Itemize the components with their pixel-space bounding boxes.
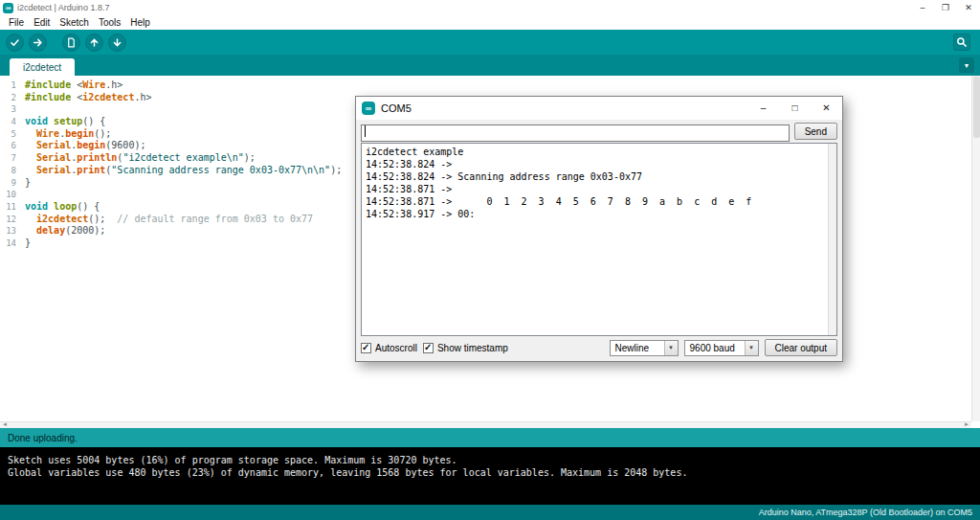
code-line: #include <Wire.h> xyxy=(25,79,980,92)
serial-monitor-window-controls: – □ ✕ xyxy=(747,97,842,120)
line-number: 3 xyxy=(0,103,21,116)
footer-bar: Arduino Nano, ATmega328P (Old Bootloader… xyxy=(0,505,980,520)
serial-monitor-window: ∞ COM5 – □ ✕ Send i2cdetect example 14:5… xyxy=(355,96,843,362)
line-number: 13 xyxy=(0,225,21,237)
console-line: Global variables use 480 bytes (23%) of … xyxy=(8,466,972,479)
serial-output[interactable]: i2cdetect example 14:52:38.824 -> 14:52:… xyxy=(362,144,836,335)
line-number: 2 xyxy=(0,92,21,104)
window-title: i2cdetect | Arduino 1.8.7 xyxy=(17,3,109,12)
line-number: 10 xyxy=(0,189,21,201)
arrow-up-icon xyxy=(89,37,100,48)
menu-tools[interactable]: Tools xyxy=(94,17,125,28)
save-button[interactable] xyxy=(108,34,126,52)
status-message: Done uploading. xyxy=(8,433,78,443)
serial-monitor-titlebar: ∞ COM5 – □ ✕ xyxy=(356,97,842,120)
menu-edit[interactable]: Edit xyxy=(29,17,55,28)
menu-help[interactable]: Help xyxy=(125,17,155,28)
input-caret xyxy=(365,125,366,137)
line-number: 14 xyxy=(0,237,21,250)
menubar: File Edit Sketch Tools Help xyxy=(0,15,980,30)
titlebar: ∞ i2cdetect | Arduino 1.8.7 – ❐ ✕ xyxy=(0,0,980,15)
menu-file[interactable]: File xyxy=(4,17,29,28)
console-line: Sketch uses 5004 bytes (16%) of program … xyxy=(8,454,972,466)
line-number: 9 xyxy=(0,177,21,190)
minimize-button[interactable]: – xyxy=(747,97,779,120)
line-number: 4 xyxy=(0,116,21,128)
scrollbar-thumb[interactable] xyxy=(973,77,980,138)
window-controls: – ❐ ✕ xyxy=(911,0,980,15)
line-number: 8 xyxy=(0,165,21,177)
line-ending-select[interactable]: Newline ▼ xyxy=(610,340,679,356)
show-timestamp-label: Show timestamp xyxy=(437,343,508,353)
board-info: Arduino Nano, ATmega328P (Old Bootloader… xyxy=(759,508,972,517)
status-bar: Done uploading. xyxy=(0,428,980,447)
checkbox-icon xyxy=(361,343,371,353)
line-number: 5 xyxy=(0,128,21,141)
chevron-down-icon: ▼ xyxy=(745,341,758,355)
baud-rate-select[interactable]: 9600 baud ▼ xyxy=(684,340,759,356)
chevron-down-icon: ▼ xyxy=(664,341,678,355)
serial-monitor-controls: Autoscroll Show timestamp Newline ▼ 9600… xyxy=(361,336,837,359)
line-number: 1 xyxy=(0,79,21,92)
minimize-button[interactable]: – xyxy=(911,0,934,15)
maximize-button[interactable]: □ xyxy=(779,97,811,120)
document-icon xyxy=(66,37,77,48)
serial-monitor-title: COM5 xyxy=(381,102,412,114)
editor-horizontal-scrollbar[interactable]: ◄ ► xyxy=(0,421,971,428)
close-button[interactable]: ✕ xyxy=(957,0,980,15)
tabstrip: i2cdetect ▼ xyxy=(0,55,980,76)
serial-input-wrap xyxy=(361,123,790,140)
line-ending-value: Newline xyxy=(615,343,650,353)
serial-output-scrollbar[interactable] xyxy=(828,144,836,335)
chevron-down-icon: ▼ xyxy=(964,62,970,69)
autoscroll-label: Autoscroll xyxy=(375,343,417,353)
line-number: 6 xyxy=(0,140,21,152)
line-number: 7 xyxy=(0,152,21,165)
arrow-down-icon xyxy=(112,37,122,48)
line-number: 11 xyxy=(0,201,21,214)
check-icon xyxy=(10,37,20,48)
autoscroll-checkbox[interactable]: Autoscroll xyxy=(361,343,417,353)
clear-output-button[interactable]: Clear output xyxy=(765,339,837,356)
magnifier-icon xyxy=(956,36,968,48)
serial-output-area[interactable]: i2cdetect example 14:52:38.824 -> 14:52:… xyxy=(361,143,837,336)
line-number: 12 xyxy=(0,214,21,226)
serial-input-row: Send xyxy=(361,123,837,140)
show-timestamp-checkbox[interactable]: Show timestamp xyxy=(423,343,508,353)
console-output[interactable]: Sketch uses 5004 bytes (16%) of program … xyxy=(0,447,980,505)
tab-label: i2cdetect xyxy=(23,62,61,73)
verify-button[interactable] xyxy=(6,34,24,52)
menu-sketch[interactable]: Sketch xyxy=(55,17,94,28)
serial-monitor-button[interactable] xyxy=(953,34,970,51)
arduino-logo-icon: ∞ xyxy=(3,3,13,13)
baud-rate-value: 9600 baud xyxy=(690,343,735,353)
line-number-gutter: 1234567891011121314 xyxy=(0,76,21,428)
editor-vertical-scrollbar[interactable] xyxy=(971,76,980,421)
checkbox-icon xyxy=(423,343,434,353)
upload-button[interactable] xyxy=(29,34,47,52)
send-button[interactable]: Send xyxy=(794,123,837,140)
scroll-right-arrow-icon[interactable]: ► xyxy=(964,421,969,428)
toolbar xyxy=(0,30,980,55)
restore-button[interactable]: ❐ xyxy=(934,0,957,15)
arduino-logo-icon: ∞ xyxy=(362,102,375,115)
tab-menu-button[interactable]: ▼ xyxy=(959,57,974,73)
open-button[interactable] xyxy=(85,34,103,52)
arduino-ide-window: ∞ i2cdetect | Arduino 1.8.7 – ❐ ✕ File E… xyxy=(0,0,980,520)
scroll-left-arrow-icon[interactable]: ◄ xyxy=(2,421,8,428)
serial-input[interactable] xyxy=(361,124,790,142)
close-button[interactable]: ✕ xyxy=(811,97,842,120)
new-sketch-button[interactable] xyxy=(62,34,80,52)
tab-i2cdetect[interactable]: i2cdetect xyxy=(10,58,75,76)
arrow-right-icon xyxy=(33,37,43,48)
